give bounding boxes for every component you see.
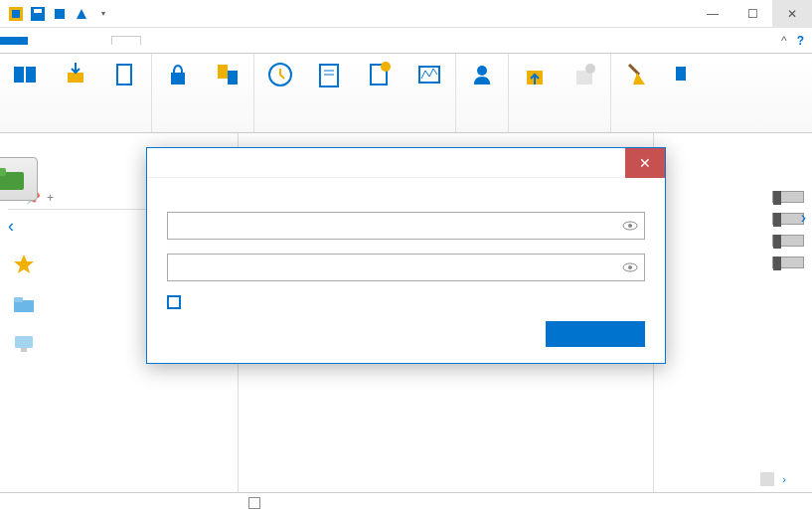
menu-backup[interactable] <box>83 37 111 45</box>
pc-icon <box>12 332 36 356</box>
svg-rect-7 <box>68 73 83 83</box>
dialog-body <box>147 178 665 363</box>
menu-create[interactable] <box>28 37 56 45</box>
ribbon-unzipinstall[interactable] <box>561 58 608 93</box>
right-panel <box>653 133 812 492</box>
svg-point-34 <box>628 265 632 269</box>
ribbon-selfextract[interactable] <box>52 58 99 93</box>
send-icon[interactable] <box>74 6 89 22</box>
svg-rect-28 <box>15 336 33 348</box>
expand-right-icon[interactable]: › <box>801 209 806 227</box>
ribbon-group-5 <box>509 54 611 132</box>
toggle-row-2 <box>662 213 804 225</box>
menu-view[interactable] <box>169 37 197 45</box>
ribbon <box>0 54 812 133</box>
ribbon-group-2 <box>152 54 254 132</box>
menu-copy[interactable] <box>56 37 83 45</box>
menu-buy[interactable] <box>225 37 252 45</box>
toggle-row-3 <box>662 235 804 247</box>
dropdown-icon[interactable]: ▾ <box>95 6 111 22</box>
diagnostics-icon <box>414 60 444 89</box>
menu-tools[interactable] <box>111 36 141 45</box>
reenter-password-input[interactable] <box>167 254 645 281</box>
verify-checkbox[interactable] <box>167 295 181 309</box>
folder-green-icon <box>0 164 28 194</box>
menu-settings[interactable] <box>141 37 169 45</box>
reveal-password-icon[interactable] <box>621 217 639 235</box>
ribbon-comments[interactable] <box>306 58 354 93</box>
help-icon[interactable]: ? <box>797 34 804 48</box>
svg-rect-27 <box>14 297 23 302</box>
toggle-3[interactable] <box>772 235 804 247</box>
svg-rect-29 <box>21 348 27 352</box>
multipart-icon <box>11 60 41 89</box>
svg-rect-18 <box>419 67 439 83</box>
menu-file[interactable] <box>0 37 28 45</box>
pdf-icon <box>760 472 774 486</box>
tab-add[interactable]: + <box>47 191 54 205</box>
svg-rect-4 <box>55 9 65 19</box>
quick-access-toolbar: ▾ <box>0 6 119 22</box>
dialog-titlebar: ✕ <box>147 148 665 178</box>
broom-icon <box>622 60 652 89</box>
statusbar <box>0 492 812 514</box>
reveal-password-icon-2[interactable] <box>621 258 639 276</box>
ribbon-diagnostics[interactable] <box>406 58 453 93</box>
ribbon-group-make <box>0 54 152 132</box>
toggle-4[interactable] <box>772 257 804 268</box>
close-button[interactable]: ✕ <box>772 0 812 28</box>
verify-password-row <box>167 295 645 309</box>
ribbon-properties[interactable] <box>356 58 404 93</box>
collapse-ribbon-icon[interactable]: ^ <box>781 34 787 48</box>
unzipinstall-icon <box>569 60 599 89</box>
svg-rect-23 <box>676 67 686 81</box>
svg-point-19 <box>477 66 487 76</box>
maximize-button[interactable]: ☐ <box>732 0 772 28</box>
titlebar: ▾ — ☐ ✕ <box>0 0 812 28</box>
ribbon-multipart[interactable] <box>2 58 50 93</box>
lock-icon <box>163 60 193 89</box>
toggle-row-1 <box>662 191 804 203</box>
ribbon-cleanold[interactable] <box>613 58 661 93</box>
svg-rect-1 <box>12 10 20 18</box>
ribbon-group-6 <box>611 54 707 132</box>
ribbon-encrypt[interactable] <box>154 58 202 93</box>
svg-rect-9 <box>171 73 185 85</box>
manage-icon <box>467 60 497 89</box>
toggle-2[interactable] <box>772 213 804 225</box>
ribbon-unziptry[interactable] <box>511 58 559 93</box>
menu-help[interactable] <box>197 37 225 45</box>
svg-rect-5 <box>14 67 24 83</box>
svg-rect-10 <box>218 65 228 79</box>
back-arrow-icon[interactable]: ‹ <box>8 216 14 237</box>
unziptry-icon <box>520 60 550 89</box>
svg-rect-3 <box>34 9 42 13</box>
svg-rect-6 <box>26 67 36 83</box>
ribbon-uuencoded[interactable] <box>101 58 149 93</box>
star-icon <box>12 253 36 276</box>
ribbon-finddup[interactable] <box>663 58 705 93</box>
uuencoded-icon <box>110 60 140 89</box>
select-all-checkbox[interactable] <box>248 497 260 509</box>
minimize-button[interactable]: — <box>693 0 732 28</box>
toggle-1[interactable] <box>772 191 804 203</box>
svg-point-32 <box>628 224 632 228</box>
zip-preview-box <box>0 157 38 201</box>
selfextract-icon <box>61 60 90 89</box>
encrypt-dialog: ✕ <box>146 147 666 364</box>
ribbon-manage[interactable] <box>458 58 506 93</box>
save-icon[interactable] <box>30 6 46 22</box>
dialog-close-button[interactable]: ✕ <box>625 148 665 178</box>
enter-password-input[interactable] <box>167 212 645 240</box>
ok-button[interactable] <box>546 321 645 347</box>
svg-rect-8 <box>117 65 131 85</box>
convert-pdf-row: › <box>760 472 786 486</box>
ribbon-group-4 <box>456 54 509 132</box>
properties-icon <box>365 60 395 89</box>
ribbon-convert[interactable] <box>204 58 251 93</box>
svg-point-17 <box>381 62 391 72</box>
share-icon[interactable] <box>52 6 68 22</box>
window-controls: — ☐ ✕ <box>693 0 812 28</box>
menubar: ^ ? <box>0 28 812 54</box>
ribbon-lastoutput[interactable] <box>256 58 304 93</box>
